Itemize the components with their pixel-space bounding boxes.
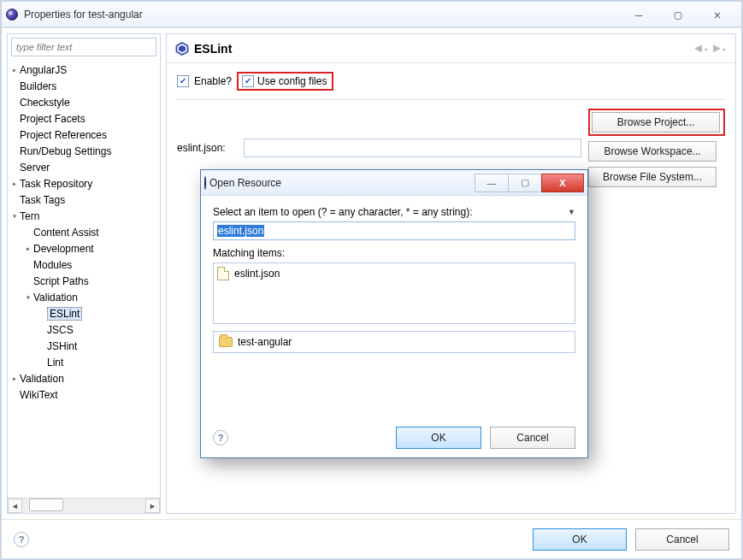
matching-items-list[interactable]: eslint.json [213,262,575,324]
tree-twisty[interactable]: ▾ [23,292,33,302]
eslint-json-label: eslint.json: [177,142,237,154]
titlebar: Properties for test-angular ― ▢ ✕ [2,2,741,27]
container-label: test-angular [238,336,292,348]
tree-twisty[interactable]: ▾ [9,211,20,221]
category-sidebar: ▸AngularJSBuildersCheckstyleProject Face… [7,33,161,514]
tree-item-label: Project Facets [20,113,86,125]
scroll-track[interactable] [22,498,145,513]
container-box: test-angular [213,331,575,353]
tree-item[interactable]: Content Assist [8,224,160,240]
open-resource-dialog: Open Resource ― ▢ X Select an item to op… [200,169,588,458]
tree-item[interactable]: WikiText [8,386,160,403]
help-icon[interactable]: ? [14,532,29,547]
cancel-button[interactable]: Cancel [635,528,729,551]
tree-twisty[interactable]: ▸ [23,244,33,253]
dialog-pattern-input[interactable]: eslint.json [213,221,575,240]
tree-item-label: Task Tags [20,194,65,206]
tree-item-label: Tern [20,210,39,222]
footer: ? OK Cancel [2,519,741,558]
ok-button[interactable]: OK [533,528,627,551]
tree-item[interactable]: Project Facets [8,110,160,127]
tree-item-label: Content Assist [33,227,99,239]
dialog-titlebar: Open Resource ― ▢ X [201,170,587,196]
dialog-menu-arrow[interactable]: ▼ [568,208,575,216]
tree-item[interactable]: JSCS [8,321,160,338]
dialog-prompt-row: Select an item to open (? = any characte… [213,206,575,218]
window-title: Properties for test-angular [24,9,143,21]
eslint-icon [175,42,189,56]
browse-workspace-button[interactable]: Browse Workspace... [588,141,716,162]
tree-item[interactable]: Checkstyle [8,94,160,110]
tree-item-label: AngularJS [20,64,67,76]
tree-item-label: Checkstyle [20,97,70,109]
minimize-button[interactable]: ― [627,7,651,22]
history-nav: ⯇▾ ⯈▾ [694,44,727,54]
tree-twisty[interactable]: ▸ [9,374,20,383]
tree-item-label: Validation [20,373,64,385]
properties-window: Properties for test-angular ― ▢ ✕ ▸Angul… [0,0,743,560]
tree-item-label: Development [33,243,94,255]
dialog-maximize[interactable]: ▢ [508,174,542,192]
tree-item[interactable]: Project References [8,127,160,143]
eslint-json-input[interactable] [244,139,581,157]
use-config-label: Use config files [257,75,327,87]
eclipse-icon [204,177,206,189]
dialog-minimize[interactable]: ― [475,174,509,192]
tree-item-label: WikiText [20,389,58,401]
dialog-ok-button[interactable]: OK [396,427,481,449]
tree-item[interactable]: ▾Tern [8,208,160,224]
enable-label: Enable? [194,75,232,87]
tree-item-label: Run/Debug Settings [20,145,111,157]
svg-marker-1 [179,45,186,52]
dialog-prompt: Select an item to open (? = any characte… [213,206,473,218]
nav-forward[interactable]: ⯈▾ [712,44,727,54]
tree-item-label: Modules [33,259,72,271]
tree-item[interactable]: ESLint [8,305,160,321]
tree-item[interactable]: ▸Task Repository [8,175,160,192]
tree-item[interactable]: JSHint [8,338,160,354]
page-title: ESLint [194,42,232,56]
tree-twisty[interactable]: ▸ [9,179,20,188]
tree-item[interactable]: ▸AngularJS [8,62,160,78]
tree-item-label: Server [20,162,50,174]
scroll-thumb[interactable] [29,498,63,511]
close-button[interactable]: ✕ [705,7,729,22]
category-tree[interactable]: ▸AngularJSBuildersCheckstyleProject Face… [8,60,160,498]
list-item[interactable]: eslint.json [217,267,571,280]
window-controls: ― ▢ ✕ [627,7,738,22]
maximize-button[interactable]: ▢ [666,7,690,22]
use-config-highlight: ✔ Use config files [237,72,333,91]
tree-item-label: Task Repository [20,178,92,190]
dialog-title: Open Resource [209,177,281,189]
use-config-checkbox[interactable]: ✔ [242,75,254,87]
tree-item[interactable]: ▾Validation [8,289,160,305]
tree-item[interactable]: Builders [8,78,160,94]
file-icon [217,267,229,280]
dialog-cancel-button[interactable]: Cancel [490,427,575,449]
tree-item[interactable]: Script Paths [8,273,160,289]
scroll-left[interactable]: ◄ [8,498,22,513]
browse-filesystem-button[interactable]: Browse File System... [588,167,716,187]
tree-item[interactable]: ▸Validation [8,370,160,386]
tree-item-label: JSCS [47,324,74,336]
dialog-close[interactable]: X [541,174,584,192]
tree-item[interactable]: Server [8,159,160,175]
filter-input[interactable] [11,38,156,56]
tree-item[interactable]: ▸Development [8,240,160,256]
scroll-right[interactable]: ► [145,498,160,513]
tree-twisty[interactable]: ▸ [9,65,20,74]
horizontal-scrollbar[interactable]: ◄ ► [8,498,160,513]
dialog-help-icon[interactable]: ? [213,430,228,445]
tree-item[interactable]: Lint [8,354,160,370]
tree-item[interactable]: Modules [8,256,160,273]
folder-icon [219,337,233,347]
browse-project-button[interactable]: Browse Project... [592,112,720,133]
enable-checkbox[interactable]: ✔ [177,75,189,87]
page-header: ESLint ⯇▾ ⯈▾ [167,34,735,63]
tree-item-label: Script Paths [33,275,89,287]
tree-item[interactable]: Run/Debug Settings [8,143,160,159]
tree-item-label: ESLint [47,307,82,321]
tree-item-label: JSHint [47,340,77,352]
tree-item[interactable]: Task Tags [8,192,160,208]
nav-back[interactable]: ⯇▾ [694,44,709,54]
